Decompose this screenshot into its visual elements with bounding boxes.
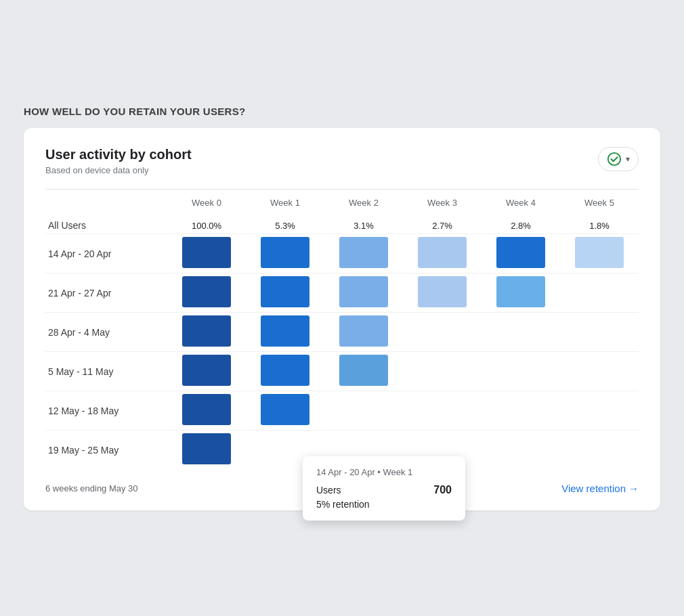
col-header-week3: Week 3 [403,192,482,213]
data-cell[interactable] [246,273,324,313]
data-cell[interactable] [560,234,639,273]
chevron-down-icon: ▾ [626,154,630,164]
row-label: 12 May - 18 May [45,391,167,431]
data-cell[interactable] [403,234,482,273]
table-row: 14 Apr - 20 Apr [45,234,639,273]
cell-block [261,355,309,386]
cell-block [339,355,388,386]
cell-block [418,237,467,268]
all-users-week1: 5.3% [246,213,324,234]
row-label: 14 Apr - 20 Apr [45,234,167,273]
check-circle-icon [607,152,622,167]
data-cell[interactable] [560,391,639,431]
data-cell[interactable] [324,234,403,273]
data-cell[interactable] [482,313,560,352]
data-cell[interactable] [167,391,246,431]
filter-check-button[interactable]: ▾ [598,147,639,171]
data-cell[interactable] [246,234,324,273]
cell-block [261,237,309,268]
data-cell[interactable] [403,352,482,391]
view-retention-link[interactable]: View retention → [561,483,639,494]
header-row: Week 0 Week 1 Week 2 Week 3 Week 4 Week … [45,192,639,213]
card-title: User activity by cohort [45,147,192,162]
table-body: All Users 100.0% 5.3% 3.1% 2.7% 2.8% 1.8… [45,213,639,469]
col-header-week5: Week 5 [560,192,639,213]
cohort-table: Week 0 Week 1 Week 2 Week 3 Week 4 Week … [45,192,639,469]
table-row: 5 May - 11 May [45,352,639,391]
data-cell[interactable] [167,273,246,313]
cell-block [261,394,309,425]
data-cell[interactable] [482,234,560,273]
data-cell[interactable] [482,273,560,313]
tooltip-users-value: 700 [433,484,452,496]
tooltip-retention: 5% retention [316,499,452,510]
svg-point-0 [608,153,620,165]
data-cell[interactable] [167,313,246,352]
data-cell[interactable] [482,391,560,431]
header-divider [45,189,639,190]
all-users-row: All Users 100.0% 5.3% 3.1% 2.7% 2.8% 1.8… [45,213,639,234]
all-users-week3: 2.7% [403,213,482,234]
data-cell[interactable] [167,352,246,391]
cell-block [496,276,545,307]
cell-block [339,315,388,347]
card-title-group: User activity by cohort Based on device … [45,147,192,175]
cell-block [182,237,231,268]
cell-block [418,276,467,307]
col-header-label [45,192,167,213]
data-cell[interactable] [482,431,560,470]
row-label: 28 Apr - 4 May [45,313,167,352]
view-retention-label: View retention [561,483,626,494]
data-cell[interactable] [560,431,639,470]
cell-block [339,276,388,307]
data-cell[interactable] [324,352,403,391]
data-cell[interactable] [246,391,324,431]
cell-block [575,237,624,268]
data-cell[interactable] [403,313,482,352]
card-header: User activity by cohort Based on device … [45,147,639,175]
row-label: 19 May - 25 May [45,431,167,470]
data-cell[interactable] [167,431,246,470]
data-cell[interactable] [324,391,403,431]
tooltip: 14 Apr - 20 Apr • Week 1 Users 700 5% re… [303,456,465,521]
cell-block [339,237,388,268]
table-header: Week 0 Week 1 Week 2 Week 3 Week 4 Week … [45,192,639,213]
cell-block [182,394,231,425]
header-controls: ▾ [598,147,639,171]
table-wrapper: Week 0 Week 1 Week 2 Week 3 Week 4 Week … [45,192,639,469]
data-cell[interactable] [560,352,639,391]
data-cell[interactable] [324,273,403,313]
tooltip-users-row: Users 700 [316,484,452,496]
table-row: 21 Apr - 27 Apr [45,273,639,313]
data-cell[interactable] [167,234,246,273]
cell-block [182,433,231,464]
data-cell[interactable] [246,352,324,391]
cell-block [261,315,309,347]
col-header-week4: Week 4 [482,192,560,213]
table-row: 28 Apr - 4 May [45,313,639,352]
data-cell[interactable] [482,352,560,391]
data-cell[interactable] [560,273,639,313]
all-users-week4: 2.8% [482,213,560,234]
page-title: HOW WELL DO YOU RETAIN YOUR USERS? [24,106,660,117]
data-cell[interactable] [324,313,403,352]
cell-block [496,237,545,268]
data-cell[interactable] [246,313,324,352]
table-row: 12 May - 18 May [45,391,639,431]
cell-block [182,315,231,347]
data-cell[interactable] [403,273,482,313]
card: User activity by cohort Based on device … [24,128,660,510]
card-subtitle: Based on device data only [45,165,192,175]
all-users-week0: 100.0% [167,213,246,234]
all-users-week5: 1.8% [560,213,639,234]
data-cell[interactable] [403,391,482,431]
footer-date-label: 6 weeks ending May 30 [45,483,138,493]
cell-block [182,355,231,386]
tooltip-date: 14 Apr - 20 Apr • Week 1 [316,467,452,477]
col-header-week0: Week 0 [167,192,246,213]
row-label: 21 Apr - 27 Apr [45,273,167,313]
col-header-week2: Week 2 [324,192,403,213]
data-cell[interactable] [560,313,639,352]
col-header-week1: Week 1 [246,192,324,213]
cell-block [182,276,231,307]
